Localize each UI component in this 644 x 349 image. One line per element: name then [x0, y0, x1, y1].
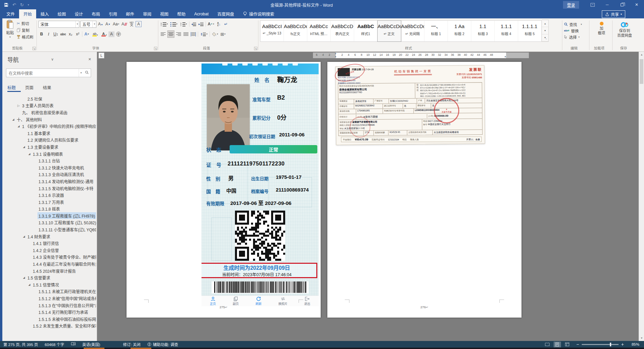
- share-button[interactable]: 共享▾: [602, 10, 625, 18]
- style-HTML 预…[interactable]: AaBbCcHTML 预…: [307, 21, 331, 41]
- nav-heading-item[interactable]: 1.3.1.3 全自动高压清洗机: [2, 171, 96, 178]
- nav-heading-item[interactable]: 1.5.1.2 未被"信用中国"网站或各级信用…: [2, 295, 96, 302]
- borders-button[interactable]: ⊞▾: [220, 30, 226, 38]
- scroll-down-icon[interactable]: ▼: [639, 337, 644, 340]
- align-center-button[interactable]: [167, 30, 174, 38]
- page-indicator[interactable]: 第 275 页, 共 395 页: [3, 342, 38, 347]
- phonetic-guide-button[interactable]: wén文: [129, 20, 135, 28]
- nav-heading-item[interactable]: 1.3.1.9 工程救援车 (辽L FH978): [2, 212, 96, 219]
- nav-heading-item[interactable]: ◢十、 其他材料: [2, 116, 96, 123]
- superscript-button[interactable]: x²: [75, 30, 81, 38]
- nav-heading-item[interactable]: 1.4.5 2024年度审计报告: [2, 267, 96, 274]
- nav-heading-item[interactable]: 1.5.1.1 未被工商行政管理机关在全国…: [2, 288, 96, 295]
- collapse-triangle-icon[interactable]: ◢: [21, 276, 26, 279]
- grow-font-button[interactable]: A▲: [97, 20, 104, 28]
- print-layout-view-button[interactable]: [554, 342, 561, 347]
- save-icon[interactable]: [4, 3, 8, 7]
- character-shading-button[interactable]: A: [108, 31, 114, 37]
- style-标题 3[interactable]: 1.1标题 3: [471, 21, 495, 41]
- minimize-button[interactable]: ─: [600, 0, 615, 9]
- sign-in-button[interactable]: 登录: [563, 1, 579, 9]
- find-button[interactable]: 查找▾: [564, 21, 587, 27]
- zoom-in-button[interactable]: +: [621, 342, 624, 347]
- page-275[interactable]: 姓 名 鞠万龙 准驾车型 B2 累积记分 0分 初次领证日期 2011-09-0…: [127, 62, 321, 318]
- license-toolbar-退出[interactable]: 退出: [304, 296, 310, 306]
- tab-插入[interactable]: 插入: [36, 9, 53, 18]
- nav-heading-item[interactable]: ◢1.5 信誉要求: [2, 274, 96, 281]
- align-right-button[interactable]: [175, 30, 182, 38]
- scrollbar-thumb[interactable]: [640, 59, 643, 84]
- align-left-button[interactable]: [160, 30, 166, 38]
- style-_Style 13[interactable]: AaBbCcI↵ _Style 13: [260, 21, 284, 41]
- right-indent-marker[interactable]: ▲: [504, 55, 506, 57]
- collapse-triangle-icon[interactable]: ◢: [21, 235, 26, 238]
- nav-heading-item[interactable]: 1.3.1.5 发动机电脑检测仪-卡特: [2, 185, 96, 192]
- clipboard-dialog-launcher[interactable]: ↘: [32, 47, 36, 50]
- distribute-button[interactable]: [190, 30, 196, 38]
- enclose-characters-button[interactable]: 字: [115, 30, 122, 38]
- license-toolbar-正页[interactable]: 正页: [210, 296, 216, 306]
- language-indicator[interactable]: 英语(美国): [82, 342, 100, 347]
- nav-pane-collapse-icon[interactable]: ∨: [49, 57, 56, 62]
- nav-heading-item[interactable]: 1.5.2 未发生重大质量、安全和环保事故承…: [2, 323, 96, 330]
- select-button[interactable]: 选择▾: [564, 34, 587, 40]
- hanging-indent-marker[interactable]: ▲: [334, 55, 337, 57]
- font-family-select[interactable]: 宋体▾: [38, 21, 79, 28]
- nav-heading-item[interactable]: 2.5 社保: [2, 95, 96, 102]
- tab-file[interactable]: 文件: [2, 9, 19, 18]
- bold-button[interactable]: B: [38, 30, 45, 38]
- style-标题 5[interactable]: 1.1.1.1标题 5: [518, 21, 542, 41]
- nav-heading-item[interactable]: ◢1.4 财务要求: [2, 233, 96, 240]
- proofing-icon[interactable]: [71, 342, 76, 347]
- nav-heading-item[interactable]: ◢1.3 主要设备要求: [2, 143, 96, 150]
- style-标题 2[interactable]: 1 Aa标题 2: [448, 21, 471, 41]
- nav-heading-item[interactable]: 1.3.1.10 工程救援车 (辽L 50J82): [2, 219, 96, 226]
- tab-设计[interactable]: 设计: [70, 9, 87, 18]
- zoom-slider-thumb[interactable]: [610, 343, 611, 346]
- zoom-slider[interactable]: [582, 344, 619, 345]
- nav-heading-item[interactable]: 1.1 基本要求: [2, 130, 96, 137]
- track-changes-indicator[interactable]: 修订: 关闭: [123, 342, 140, 347]
- zoom-out-button[interactable]: −: [576, 342, 579, 347]
- nav-tab-结果[interactable]: 结果: [43, 84, 51, 91]
- license-toolbar-换照片[interactable]: 换照片: [278, 296, 288, 306]
- search-icon[interactable]: [83, 71, 91, 75]
- show-marks-button[interactable]: ↵: [223, 20, 229, 28]
- sort-button[interactable]: AZ↓: [216, 20, 222, 28]
- paste-button[interactable]: 粘贴▾: [3, 20, 17, 44]
- line-spacing-button[interactable]: ⇕▾: [199, 30, 208, 38]
- tab-开始[interactable]: 开始: [19, 9, 36, 18]
- redo-icon[interactable]: ↻: [20, 2, 24, 7]
- nav-tab-页面[interactable]: 页面: [25, 84, 33, 91]
- style-正文[interactable]: AaBbCcDd↵ 正文: [378, 21, 401, 41]
- accessibility-indicator[interactable]: 辅助功能: 调查: [147, 342, 178, 347]
- format-painter-button[interactable]: 格式刷: [17, 34, 33, 40]
- style-表内正文[interactable]: AaBbCcD表内正文: [331, 21, 354, 41]
- nav-heading-item[interactable]: 1.4.4 在最近三年没有与骗取合同有关以…: [2, 260, 96, 267]
- nav-search-input[interactable]: 在文档中搜索 ▾: [6, 69, 91, 77]
- nav-heading-item[interactable]: 1.3.1.1 台钻: [2, 157, 96, 164]
- search-options-icon[interactable]: ▾: [79, 69, 83, 77]
- font-size-select[interactable]: 五号▾: [80, 21, 96, 28]
- expand-triangle-icon[interactable]: ▷: [16, 104, 21, 107]
- nav-heading-item[interactable]: ▷3 主要人员简历表: [2, 102, 96, 109]
- nav-heading-item[interactable]: 1.5.1.5 未被中国石油招标投标网暂停…: [2, 316, 96, 323]
- license-toolbar-副页[interactable]: 副页: [233, 296, 239, 306]
- multilevel-list-button[interactable]: ▾: [179, 20, 188, 28]
- highlight-color-button[interactable]: ab▾: [91, 30, 99, 38]
- nav-heading-item[interactable]: 1.4.1 银行资信: [2, 240, 96, 247]
- numbering-button[interactable]: ▾: [170, 20, 178, 28]
- tab-布局[interactable]: 布局: [87, 9, 104, 18]
- character-border-button[interactable]: A: [136, 21, 142, 27]
- tab-帮助[interactable]: 帮助: [173, 9, 190, 18]
- nav-heading-item[interactable]: 1.4.2 企业信誉: [2, 247, 96, 254]
- copy-button[interactable]: 复制: [17, 27, 33, 33]
- tab-邮件[interactable]: 邮件: [122, 9, 139, 18]
- page-276[interactable]: 开票日期 2017-04-28 机打代码 121001521071机打号码 00…: [327, 62, 521, 318]
- nav-heading-item[interactable]: 1.3.1.8 摇表: [2, 206, 96, 213]
- underline-button[interactable]: U▾: [53, 30, 59, 38]
- tab-stop-selector[interactable]: L: [98, 52, 104, 59]
- style-标题 1[interactable]: 一、标题 1: [424, 21, 448, 41]
- nav-heading-item[interactable]: 1.2 关键岗位人员和队伍要求: [2, 137, 96, 144]
- cut-button[interactable]: ✂剪切: [17, 20, 33, 26]
